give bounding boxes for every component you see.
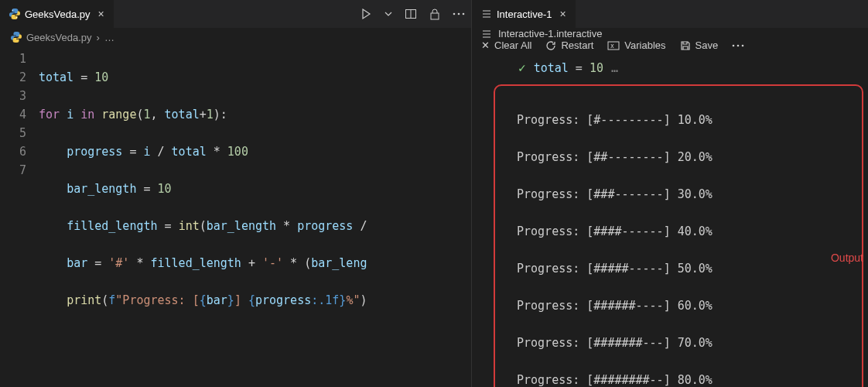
code-token: = xyxy=(122,145,143,159)
code-token: 10 xyxy=(94,70,108,84)
more-button[interactable] xyxy=(732,44,744,47)
svg-point-12 xyxy=(742,44,744,46)
clear-label: Clear All xyxy=(494,39,531,51)
line-number: 2 xyxy=(0,68,26,87)
svg-text:x: x xyxy=(610,43,614,50)
line-number: 3 xyxy=(0,87,26,105)
variables-label: Variables xyxy=(624,39,665,51)
variables-button[interactable]: x Variables xyxy=(607,39,665,51)
code-token: + xyxy=(200,108,207,122)
cell-code: = xyxy=(569,61,589,75)
code-content[interactable]: total = 10 for i in range(1, total+1): p… xyxy=(39,50,471,387)
code-token xyxy=(73,108,80,122)
code-token: i xyxy=(143,145,150,159)
interactive-icon xyxy=(481,9,492,19)
svg-point-6 xyxy=(458,13,460,15)
interactive-toolbar: ✕ Clear All Restart x Variables Save xyxy=(472,39,868,51)
code-token: { xyxy=(248,293,255,307)
code-token: filled_length xyxy=(151,256,241,270)
code-token: ( xyxy=(101,293,108,307)
svg-rect-4 xyxy=(431,13,439,19)
code-token: progress xyxy=(255,293,311,307)
svg-point-11 xyxy=(737,44,740,46)
code-token: f xyxy=(108,293,115,307)
split-editor-icon[interactable] xyxy=(405,8,417,20)
editor-tabs-row: GeeksVeda.py × xyxy=(0,0,471,28)
code-token: total xyxy=(39,70,73,84)
svg-point-1 xyxy=(16,17,17,18)
line-number: 5 xyxy=(0,124,26,142)
output-line: Progress: [#######---] 70.0% xyxy=(517,334,856,352)
save-button[interactable]: Save xyxy=(680,39,719,51)
output-line: Progress: [#---------] 10.0% xyxy=(517,111,856,129)
code-editor[interactable]: 1 2 3 4 5 6 7 total = 10 for i in range(… xyxy=(0,46,471,387)
output-line: Progress: [#####-----] 50.0% xyxy=(517,259,856,278)
code-token: * xyxy=(207,145,227,159)
editor-tab[interactable]: GeeksVeda.py × xyxy=(0,0,114,28)
code-token: = xyxy=(87,256,108,270)
code-token: * ( xyxy=(283,256,311,270)
save-icon xyxy=(680,40,691,51)
code-token: range xyxy=(101,108,136,122)
code-token: 1 xyxy=(143,108,150,122)
code-token: bar_leng xyxy=(311,256,367,270)
cell-dots: … xyxy=(611,61,618,75)
line-gutter: 1 2 3 4 5 6 7 xyxy=(0,50,39,387)
section-title: Interactive-1.interactive xyxy=(472,28,868,39)
section-title-text: Interactive-1.interactive xyxy=(498,28,602,39)
editor-pane: GeeksVeda.py × GeeksVeda.py › … 1 2 3 4 … xyxy=(0,0,472,387)
restart-label: Restart xyxy=(561,39,593,51)
close-icon[interactable]: × xyxy=(98,8,104,20)
restart-button[interactable]: Restart xyxy=(545,39,593,51)
code-token: ( xyxy=(200,219,207,233)
code-token: ] xyxy=(234,293,248,307)
interactive-pane: Interactive-1 × Interactive-1.interactiv… xyxy=(472,0,868,387)
chevron-right-icon: › xyxy=(97,32,100,43)
interactive-tab[interactable]: Interactive-1 × xyxy=(472,0,576,28)
breadcrumb[interactable]: GeeksVeda.py › … xyxy=(0,28,471,46)
code-token: 1 xyxy=(207,108,214,122)
output-line: Progress: [##--------] 20.0% xyxy=(517,148,856,166)
code-token: i xyxy=(67,108,73,122)
close-icon: ✕ xyxy=(481,39,490,51)
code-token: bar_length xyxy=(67,182,136,196)
interactive-tabs-row: Interactive-1 × xyxy=(472,0,868,28)
line-number: 1 xyxy=(0,50,26,68)
code-token: 10 xyxy=(158,182,172,196)
code-token: bar_length xyxy=(207,219,276,233)
code-token: ) xyxy=(360,293,367,307)
code-token: * xyxy=(129,256,150,270)
lock-icon[interactable] xyxy=(429,8,440,20)
restart-icon xyxy=(545,40,556,51)
code-token: total xyxy=(172,145,207,159)
run-icon[interactable] xyxy=(360,8,372,20)
python-icon xyxy=(9,9,20,19)
line-number: 6 xyxy=(0,142,26,161)
code-token: progress xyxy=(67,145,122,159)
output-annotation: Output xyxy=(831,252,863,264)
breadcrumb-dots: … xyxy=(104,32,114,43)
output-line: Progress: [###-------] 30.0% xyxy=(517,185,856,204)
code-token: total xyxy=(165,108,200,122)
line-number: 4 xyxy=(0,105,26,124)
code-token: = xyxy=(73,70,94,84)
chevron-down-icon[interactable] xyxy=(384,10,392,18)
code-token: / xyxy=(151,145,172,159)
code-token: :.1f xyxy=(311,293,339,307)
variables-icon: x xyxy=(607,40,620,51)
more-icon[interactable] xyxy=(453,12,465,15)
code-token: * xyxy=(276,219,297,233)
clear-all-button[interactable]: ✕ Clear All xyxy=(481,39,531,51)
close-icon[interactable]: × xyxy=(560,8,566,20)
line-number: 7 xyxy=(0,161,26,180)
svg-point-5 xyxy=(453,13,456,15)
output-line: Progress: [####------] 40.0% xyxy=(517,222,856,241)
interactive-icon xyxy=(481,29,492,39)
code-token: bar xyxy=(207,293,227,307)
tab-filename: GeeksVeda.py xyxy=(25,9,91,20)
code-token: for xyxy=(39,108,67,122)
code-token: bar xyxy=(67,256,87,270)
code-token: = xyxy=(158,219,179,233)
cell-header[interactable]: ✓ total = 10 … xyxy=(472,51,868,84)
svg-point-0 xyxy=(12,9,13,10)
